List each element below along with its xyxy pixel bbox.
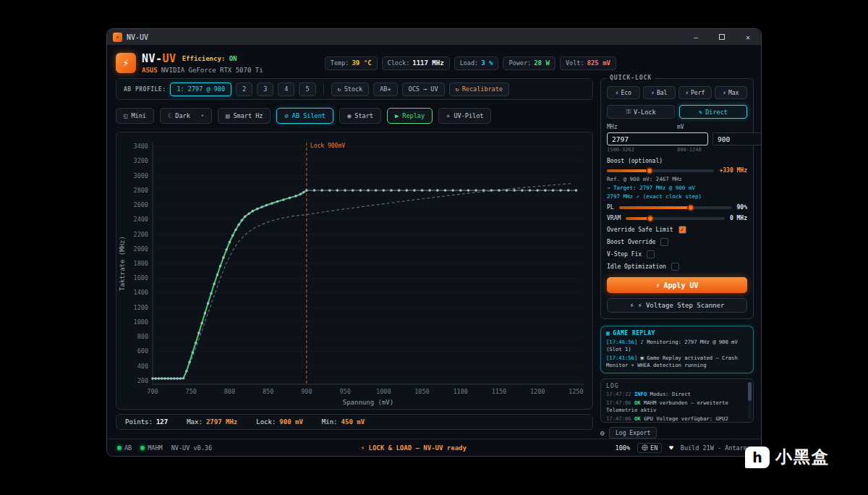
boost-slider[interactable] — [607, 169, 714, 172]
replay-button[interactable]: ▶Replay — [387, 108, 433, 124]
max-clock: Max:2797 MHz — [187, 418, 237, 426]
vf-curve-panel: 3400320030002800260024002200200018001600… — [116, 132, 593, 410]
svg-text:1200: 1200 — [134, 304, 148, 311]
apply-uv-button[interactable]: ⚡Apply UV — [607, 277, 747, 293]
vf-curve-chart[interactable]: 3400320030002800260024002200200018001600… — [116, 132, 592, 409]
lightning-icon: ⚡ — [630, 302, 634, 309]
log-scrollbar[interactable] — [748, 382, 752, 419]
minimize-button[interactable]: – — [683, 29, 709, 45]
gamepad-icon: ▣ — [641, 355, 644, 361]
nvuv-window: ⚡ NV-UV – ✕ ⚡ NV-UV Efficiency: ON ASUSN… — [107, 29, 761, 456]
scrollbar-thumb[interactable] — [748, 382, 752, 401]
preset-eco-button[interactable]: ⚡Eco — [607, 86, 640, 99]
svg-text:600: 600 — [137, 347, 148, 355]
green-status-dot — [117, 446, 122, 450]
recalibrate-button[interactable]: ↻Recalibrate — [449, 82, 509, 96]
gear-icon: ⚙ — [600, 429, 605, 437]
ref-clock-line: Ref. @ 900 mV: 2467 MHz — [607, 176, 747, 182]
quick-lock-sidebar: QUICK-LOCK ⚡Eco ⚡Bal ⚡Perf ⚡Max ⚿V-Lock … — [600, 78, 754, 439]
svg-text:1600: 1600 — [134, 274, 148, 282]
ab-silent-button[interactable]: ⊘AB Silent — [276, 108, 333, 124]
voltage-step-scanner-button[interactable]: ⚡⚡ Voltage Step Scanner — [607, 298, 747, 313]
svg-text:1250: 1250 — [569, 388, 583, 395]
watermark-text: 小黑盒 — [775, 446, 830, 468]
efficiency-badge: Efficiency: ON — [182, 55, 237, 62]
moon-icon: ☾ — [168, 112, 171, 119]
mv-range: 800-1240 — [677, 147, 747, 153]
log-panel: LOG 17:47:22 INFO Modus: Direct 17:47:06… — [600, 378, 754, 423]
power-pill: Power:28 W — [503, 56, 555, 70]
mhz-input[interactable] — [607, 132, 708, 145]
watermark: h 小黑盒 — [745, 446, 830, 468]
mini-button[interactable]: ◱Mini — [116, 108, 154, 124]
load-pill: Load:3 % — [454, 56, 499, 70]
maximize-icon — [719, 34, 725, 40]
divider — [323, 83, 324, 95]
plane-icon: ✈ — [446, 112, 450, 119]
slider-handle[interactable] — [646, 167, 653, 174]
app-logo: ⚡ — [116, 53, 136, 73]
vram-slider[interactable] — [626, 217, 725, 220]
uv-pilot-button[interactable]: ✈UV-Pilot — [438, 108, 491, 124]
pl-slider[interactable] — [619, 206, 732, 209]
mhz-label: MHz — [607, 124, 677, 130]
preset-perf-button[interactable]: ⚡Perf — [678, 86, 712, 99]
battery-percent: 100% — [616, 444, 630, 452]
smart-hz-button[interactable]: ▤Smart Hz — [218, 108, 271, 124]
ab-status: AB — [117, 444, 132, 452]
v-step-fix-checkbox[interactable] — [647, 250, 655, 258]
svg-text:2800: 2800 — [134, 187, 148, 194]
mv-input[interactable] — [712, 132, 761, 145]
heart-icon[interactable]: ♥ — [669, 444, 673, 452]
profile-slot-2[interactable]: 2 — [236, 82, 252, 96]
svg-text:400: 400 — [137, 363, 148, 370]
svg-text:900: 900 — [301, 388, 312, 395]
slider-handle[interactable] — [687, 204, 694, 211]
profile-bar: AB PROFILE: 1: 2797 @ 900 2 3 4 5 ↻Stock… — [116, 78, 593, 100]
profile-slot-5[interactable]: 5 — [299, 82, 315, 96]
profile-slot-3[interactable]: 3 — [257, 82, 273, 96]
override-safe-limit-label: Override Safe Limit — [607, 227, 673, 233]
profile-slot-1[interactable]: 1: 2797 @ 900 — [170, 82, 231, 96]
chevron-down-icon: ▾ — [201, 113, 204, 119]
preset-max-button[interactable]: ⚡Max — [715, 86, 748, 99]
slider-handle[interactable] — [647, 215, 654, 222]
ab-plus-button[interactable]: AB+ — [373, 82, 397, 96]
override-safe-limit-checkbox[interactable]: ✓ — [678, 226, 686, 234]
svg-text:1150: 1150 — [492, 388, 506, 395]
mahm-status: MAHM — [140, 444, 162, 452]
title-bar[interactable]: ⚡ NV-UV – ✕ — [107, 29, 761, 45]
close-button[interactable]: ✕ — [735, 29, 761, 45]
preset-bal-button[interactable]: ⚡Bal — [643, 86, 676, 99]
idle-optimization-checkbox[interactable] — [671, 263, 679, 271]
v-lock-button[interactable]: ⚿V-Lock — [607, 105, 675, 119]
language-badge[interactable]: EN — [637, 443, 662, 453]
boost-label: Boost (optional) — [607, 158, 747, 164]
svg-text:1050: 1050 — [414, 388, 429, 395]
svg-text:1400: 1400 — [134, 289, 148, 296]
ocs-to-uv-button[interactable]: OCS → UV — [402, 82, 445, 96]
play-icon: ▶ — [395, 112, 399, 119]
theme-dropdown[interactable]: ☾Dark▾ — [160, 108, 212, 124]
pencil-icon: ✎ — [699, 109, 702, 116]
min-voltage: Min:450 mV — [322, 418, 365, 426]
profile-slot-4[interactable]: 4 — [278, 82, 294, 96]
log-export-button[interactable]: Log Export — [609, 427, 657, 439]
log-entry: 17:47:22 INFO Modus: Direct — [606, 391, 744, 398]
svg-text:2000: 2000 — [134, 245, 148, 253]
svg-text:800: 800 — [224, 388, 235, 395]
page-title: NV-UV — [142, 52, 176, 65]
window-title: NV-UV — [127, 33, 148, 41]
maximize-button[interactable] — [709, 29, 735, 45]
direct-button[interactable]: ✎Direct — [679, 105, 747, 119]
idle-optimization-label: Idle Optimization — [607, 263, 666, 270]
svg-text:1800: 1800 — [134, 260, 148, 267]
boost-override-checkbox[interactable] — [660, 238, 668, 246]
temp-pill: Temp:39 °C — [325, 56, 378, 70]
quick-lock-panel: QUICK-LOCK ⚡Eco ⚡Bal ⚡Perf ⚡Max ⚿V-Lock … — [600, 78, 754, 319]
svg-text:1000: 1000 — [134, 318, 148, 326]
start-button[interactable]: ◉Start — [339, 108, 381, 124]
svg-text:700: 700 — [147, 388, 158, 395]
stock-button[interactable]: ↻Stock — [331, 82, 370, 96]
boost-override-label: Boost Override — [607, 239, 655, 245]
